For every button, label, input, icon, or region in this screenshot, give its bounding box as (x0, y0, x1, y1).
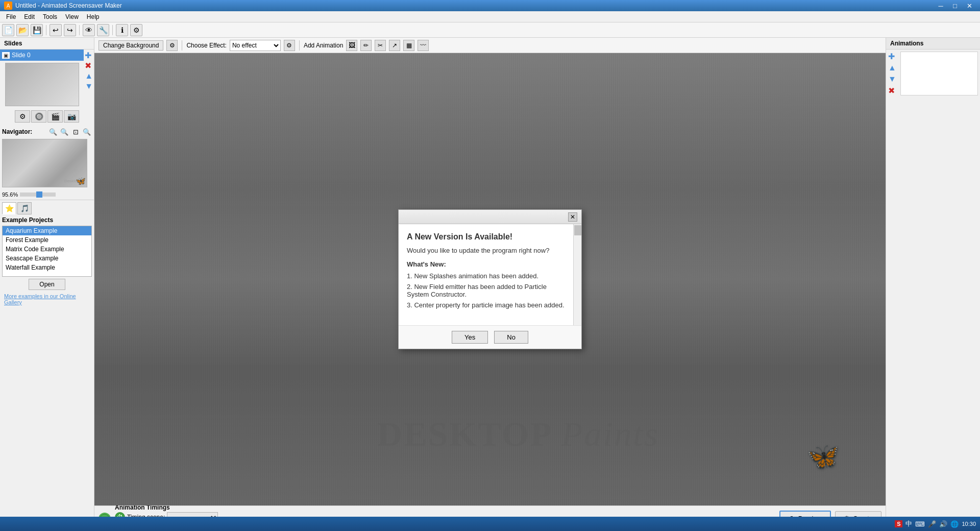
add-anim-image-button[interactable]: 🖼 (346, 40, 357, 51)
examples-section: ⭐ 🎵 Example Projects Aquarium Example Fo… (0, 200, 94, 308)
effect-sep-1 (182, 40, 182, 51)
toolbar-sep-2 (79, 25, 80, 35)
modal-no-button[interactable]: No (494, 331, 528, 344)
bg-settings-button[interactable]: ⚙ (166, 40, 178, 51)
nav-butterfly: 🦋 (76, 176, 86, 186)
slide-icon: ▣ (2, 52, 10, 59)
navigator-section: Navigator: 🔍 🔍 ⊡ 🔍 Desktop Paints 🦋 (0, 125, 94, 189)
add-slide-button[interactable]: ✚ (85, 52, 93, 60)
slide-0-label: Slide 0 (12, 52, 31, 59)
undo-button[interactable]: ↩ (50, 24, 62, 36)
change-background-button[interactable]: Change Background (99, 40, 163, 51)
add-anim-arrow-button[interactable]: ↗ (389, 40, 400, 51)
example-seascape[interactable]: Seascape Example (3, 254, 91, 263)
menu-bar: File Edit Tools View Help (0, 11, 980, 22)
modal-content-wrapper: A New Version Is Available! Would you li… (399, 224, 581, 349)
maximize-button[interactable]: □ (948, 0, 962, 11)
add-anim-wave-button[interactable]: 〰 (418, 40, 429, 51)
move-slide-down-button[interactable]: ▼ (85, 82, 93, 90)
example-matrix[interactable]: Matrix Code Example (3, 245, 91, 254)
update-dialog: ✕ A New Version Is Available! Would you … (398, 209, 582, 349)
examples-title: Example Projects (2, 216, 92, 224)
add-image-btn[interactable]: 🔘 (31, 110, 46, 123)
move-slide-up-button[interactable]: ▲ (85, 72, 93, 80)
info-button[interactable]: ℹ (116, 24, 128, 36)
zoom-in-btn[interactable]: 🔍 (59, 127, 69, 137)
window-title: Untitled - Animated Screensaver Maker (15, 2, 122, 9)
move-anim-down-button[interactable]: ▼ (888, 75, 896, 84)
slides-row: ▣ Slide 0 ✚ ✖ ▲ ▼ (0, 50, 94, 108)
effect-select[interactable]: No effect (230, 40, 281, 51)
effect-settings-button[interactable]: ⚙ (284, 40, 295, 51)
redo-button[interactable]: ↪ (64, 24, 76, 36)
gear-slide-btn[interactable]: ⚙ (15, 110, 30, 123)
eye-preview-button[interactable]: 👁 (83, 24, 95, 36)
menu-view[interactable]: View (61, 12, 83, 21)
video-btn[interactable]: 🎬 (47, 110, 63, 123)
taskbar-mic-icon: 🎤 (928, 520, 936, 528)
app-icon: A (4, 2, 12, 10)
slide-thumbnail (5, 63, 79, 106)
modal-yes-button[interactable]: Yes (452, 331, 488, 344)
fit-btn[interactable]: ⊡ (70, 127, 81, 137)
modal-scroll-thumb[interactable] (574, 225, 581, 235)
zoom-out-btn[interactable]: 🔍 (48, 127, 58, 137)
add-animation-button[interactable]: ✚ (888, 52, 896, 61)
modal-buttons: Yes No (399, 325, 581, 349)
slides-action-buttons: ✚ ✖ ▲ ▼ (84, 50, 94, 108)
modal-close-button[interactable]: ✕ (568, 212, 577, 222)
animations-controls-row: ✚ ▲ ▼ ✖ (886, 50, 980, 98)
zoom-bar: 95.6% (0, 189, 94, 200)
open-button[interactable]: 📂 (16, 24, 29, 36)
new-button[interactable]: 📄 (2, 24, 14, 36)
settings-button[interactable]: ⚙ (130, 24, 142, 36)
examples-list[interactable]: Aquarium Example Forest Example Matrix C… (2, 226, 92, 277)
remove-animation-button[interactable]: ✖ (888, 86, 896, 95)
zoom-handle[interactable] (36, 191, 42, 198)
taskbar-s-icon: S (895, 520, 902, 527)
build-button[interactable]: 🔧 (97, 24, 109, 36)
zoom-value: 95.6% (2, 191, 18, 198)
menu-tools[interactable]: Tools (39, 12, 61, 21)
save-button[interactable]: 💾 (31, 24, 43, 36)
toolbar-sep-3 (112, 25, 113, 35)
remove-slide-button[interactable]: ✖ (85, 62, 93, 70)
modal-whats-new: What's New: (407, 260, 565, 268)
modal-subtitle: Would you like to update the program rig… (407, 247, 565, 254)
open-example-button[interactable]: Open (29, 279, 65, 290)
music-tab[interactable]: 🎵 (17, 202, 32, 214)
star-tab[interactable]: ⭐ (2, 202, 16, 214)
canvas-area: DESKTOP Paints 🦋 ✕ A New (94, 53, 886, 505)
modal-body-content: A New Version Is Available! Would you li… (399, 224, 573, 325)
taskbar-keyboard-icon: ⌨ (915, 520, 925, 528)
full-btn[interactable]: 🔍 (82, 127, 92, 137)
add-anim-grid-button[interactable]: ▦ (403, 40, 414, 51)
modal-changes-list: 1. New Splashes animation has been added… (407, 272, 565, 309)
screenshot-btn[interactable]: 📷 (64, 110, 79, 123)
menu-help[interactable]: Help (83, 12, 104, 21)
slides-header: Slides (0, 38, 94, 49)
modal-change-3: 3. Center property for particle image ha… (407, 301, 565, 309)
slide-0-item[interactable]: ▣ Slide 0 (0, 50, 84, 61)
modal-overlay: ✕ A New Version Is Available! Would you … (94, 53, 886, 505)
example-forest[interactable]: Forest Example (3, 235, 91, 245)
modal-scrollbar[interactable] (573, 224, 581, 325)
taskbar-time: 10:30 (962, 521, 976, 527)
minimize-button[interactable]: ─ (934, 0, 947, 11)
taskbar: S 中 ⌨ 🎤 🔊 🌐 10:30 (0, 517, 980, 531)
menu-file[interactable]: File (2, 12, 20, 21)
example-waterfall[interactable]: Waterfall Example (3, 263, 91, 272)
taskbar-zh-icon: 中 (905, 519, 912, 528)
animations-list (900, 52, 978, 95)
add-anim-draw-button[interactable]: ✏ (360, 40, 372, 51)
more-examples-link[interactable]: More examples in our Online Gallery (2, 292, 92, 306)
menu-edit[interactable]: Edit (20, 12, 39, 21)
move-anim-up-button[interactable]: ▲ (888, 63, 896, 73)
slides-header-row: Slides (0, 38, 94, 50)
zoom-slider[interactable] (20, 192, 56, 197)
effect-sep-2 (299, 40, 300, 51)
example-aquarium[interactable]: Aquarium Example (3, 226, 91, 235)
slide-type-buttons: ⚙ 🔘 🎬 📷 (0, 108, 94, 125)
add-anim-fx-button[interactable]: ✂ (375, 40, 386, 51)
close-button[interactable]: ✕ (963, 0, 976, 11)
